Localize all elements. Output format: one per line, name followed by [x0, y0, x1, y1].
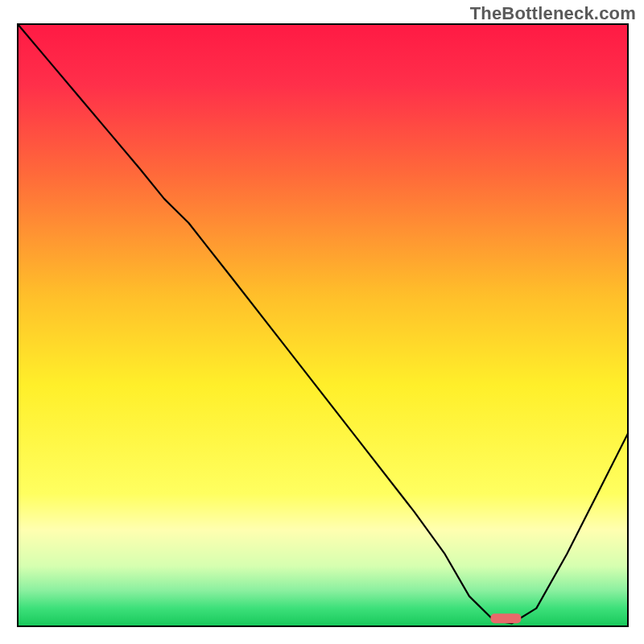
- bottleneck-chart: [0, 0, 644, 644]
- watermark-text: TheBottleneck.com: [470, 3, 636, 24]
- plot-background: [18, 24, 628, 626]
- optimal-range-marker: [490, 613, 521, 623]
